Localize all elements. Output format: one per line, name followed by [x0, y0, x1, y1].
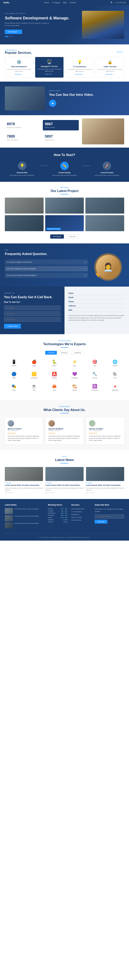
bootstrap-icon: 💜 — [66, 372, 83, 376]
faq-item-3[interactable]: Do you have a student discount program? … — [5, 273, 88, 278]
tech-title: Technologies We're Experts — [5, 342, 124, 346]
footer-news-item-2[interactable]: Lorem ipsum dolor sit amet consectetur — [5, 515, 44, 521]
step-general-name: General Idea — [5, 172, 39, 173]
footer-news-item-3[interactable]: Lorem ipsum dolor sit amet consectetur — [5, 522, 44, 528]
footer-email-input[interactable] — [95, 514, 124, 519]
wh-friday-day: Friday — [48, 517, 52, 518]
client-role-1: CEO, TechCorp — [8, 430, 40, 431]
news-date-3: Jan 20, 2024 — [86, 492, 124, 493]
nav-home[interactable]: Home — [44, 2, 49, 3]
working-hours-list: Monday 9am - 5pm Tuesday 9am - 5pm Wedne… — [48, 508, 68, 523]
rust-icon: 🦀 — [46, 384, 63, 388]
step-create-design: ✏️ Create Design Lorem ipsum dolor sit a… — [47, 162, 82, 177]
all-projects-button[interactable]: All Projects — [50, 234, 64, 239]
callback-title: You Can Easily Get A Call Back. — [4, 295, 60, 299]
python-icon: 🐍 — [46, 360, 63, 364]
news-item-1: IT Service Lorem ipsum dolor sit amet co… — [5, 467, 43, 493]
hero-cta-button[interactable]: Get Started → — [5, 30, 22, 34]
footer-link-cloud[interactable]: Cloud Service — [71, 519, 91, 521]
tech-docker: 🏗️ Docker — [66, 382, 84, 392]
cyber-security-link[interactable]: Read More → — [98, 73, 123, 75]
services-title: Popular Services. — [5, 51, 32, 55]
step-launch-name: Launch Project — [90, 172, 124, 173]
services-header: Our Services Popular Services. View All … — [5, 49, 124, 55]
footer-news-text-2: Lorem ipsum dolor sit amet consectetur — [14, 515, 39, 517]
view-all-link[interactable]: View All → — [116, 51, 124, 53]
client-avatar-1 — [8, 420, 14, 426]
news-date-1: Jan 15, 2024 — [5, 492, 43, 493]
angular-name: Angular — [46, 377, 63, 379]
managed-it-link[interactable]: Read More → — [37, 73, 62, 75]
clients-tag: Testimonials — [5, 406, 124, 407]
footer-link-web[interactable]: Web Development — [71, 508, 91, 510]
docker-name: Docker — [66, 390, 83, 391]
technologies-section: Technologies Technologies We're Experts … — [0, 334, 129, 400]
faq-item-1[interactable]: Do I get free support for the theme? + — [5, 259, 88, 265]
hero-title: Software Development & Manage. — [5, 16, 82, 21]
apple-icon: 🍎 — [26, 360, 43, 364]
project-item-1[interactable] — [5, 197, 44, 213]
callback-email-input[interactable] — [4, 312, 60, 316]
stat-clients-label: Happy Clients — [45, 127, 77, 129]
nav-support[interactable]: IT Support — [52, 2, 60, 3]
footer-col-subscribe: Subscribe Now Subscribe to our newslette… — [95, 504, 124, 530]
tech-flash: ⚡ Flash — [66, 358, 84, 368]
step-launch-icon: 🚀 — [103, 162, 111, 170]
project-item-5[interactable]: Powerful IT Service — [45, 215, 84, 231]
footer-link-cyber[interactable]: Cyber Security — [71, 516, 91, 518]
nodejs-icon: 🔧 — [87, 372, 103, 376]
vue-name: Vue.js — [6, 390, 22, 391]
wh-sunday-day: Sunday — [48, 521, 53, 523]
it-consult-link[interactable]: Read More → — [67, 73, 92, 75]
dart-name: Dart — [87, 365, 103, 366]
tech-php: 🐘 PHP — [106, 370, 124, 380]
play-button[interactable]: ▶ — [49, 100, 56, 107]
python-name: Python — [46, 365, 63, 366]
faq-item-2[interactable]: How can I manage my account settings? − — [5, 266, 88, 271]
project-item-2[interactable] — [45, 197, 84, 213]
project-item-6[interactable] — [85, 215, 124, 231]
nav-search-icon[interactable]: 🔍 — [111, 2, 113, 4]
clients-section: Testimonials What Clients Say About Us. … — [0, 400, 129, 450]
it-service-button[interactable]: IT Service — [66, 234, 79, 239]
tech-vue: 🎭 Vue.js — [5, 382, 23, 392]
project-item-4[interactable] — [5, 215, 44, 231]
news-title: Latest News — [5, 458, 124, 462]
news-grid: IT Service Lorem ipsum dolor sit amet co… — [5, 467, 124, 493]
it-consult-desc: Lorem ipsum dolor sit amet consectetur a… — [67, 68, 92, 72]
wh-friday-time: 9am - 5pm — [61, 517, 68, 518]
footer-subscribe-button[interactable]: Subscribe — [95, 520, 108, 523]
tech-tab-frontend[interactable]: Frontend — [45, 351, 57, 355]
dart-icon: 🎯 — [87, 360, 103, 364]
play-icon: ▶ — [52, 102, 54, 105]
hero-tag: Welcome to Soffix — [5, 13, 82, 14]
news-item-3: IT Service Lorem ipsum dolor sit amet co… — [86, 467, 124, 493]
client-card-2: Samuel Shelback Manager, DataSoft ★★★★☆ … — [46, 417, 84, 444]
java-icon: ☕ — [26, 384, 43, 388]
client-card-1: Monica Fredson CEO, TechCorp ★★★★★ Lorem… — [5, 417, 43, 444]
footer-news-item-1[interactable]: Lorem ipsum dolor sit amet consectetur — [5, 508, 44, 514]
nav-contact[interactable]: Contact — [69, 2, 76, 3]
footer-hours-title: Working Hours — [48, 504, 68, 506]
project-item-3[interactable] — [85, 197, 124, 213]
services-grid: ⚙️ Web Development Lorem ipsum dolor sit… — [5, 57, 124, 78]
react-name: React — [6, 377, 22, 379]
tech-tab-backend[interactable]: Backend — [58, 351, 70, 355]
callback-name-input[interactable] — [4, 305, 60, 310]
web-dev-link[interactable]: Read More → — [6, 73, 31, 75]
service-card-web: ⚙️ Web Development Lorem ipsum dolor sit… — [5, 57, 33, 78]
tech-tab-database[interactable]: Database — [71, 351, 84, 355]
clients-sep — [60, 413, 69, 414]
callback-left: Contact Us You Can Easily Get A Call Bac… — [0, 286, 64, 334]
footer-link-it[interactable]: IT Consultancy — [71, 511, 91, 512]
footer-link-managed[interactable]: Managed IT — [71, 514, 91, 515]
stats-image — [82, 118, 124, 145]
callback-form: Contact Now — [4, 305, 60, 329]
callback-phone-input[interactable] — [4, 317, 60, 322]
tech-bootstrap: 💜 Bootstrap — [66, 370, 84, 380]
callback-submit-button[interactable]: Contact Now — [4, 324, 21, 329]
faq-circle-image: 👩‍💼 ? — [94, 253, 122, 281]
web-dev-desc: Lorem ipsum dolor sit amet consectetur a… — [6, 68, 31, 72]
nav-blog[interactable]: Blog — [63, 2, 67, 3]
video-content: Watch Video You Can See Our Intro Video.… — [49, 90, 124, 107]
